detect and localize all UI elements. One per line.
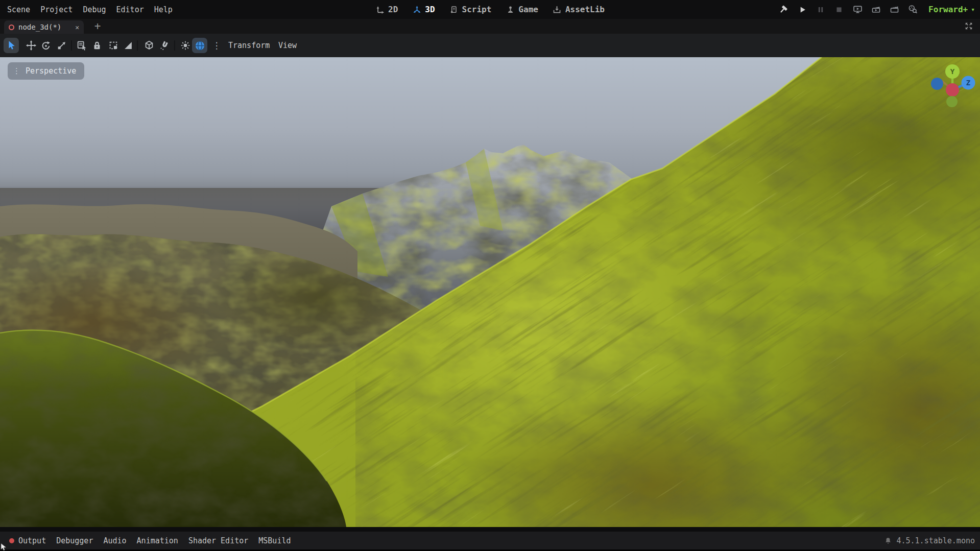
main-menus: Scene Project Debug Editor Help: [2, 0, 178, 19]
movie-maker-toggle[interactable]: [907, 4, 918, 15]
panel-shader-editor[interactable]: Shader Editor: [183, 536, 253, 545]
toolbar-separator: [174, 40, 175, 51]
select-mode-button[interactable]: [4, 38, 19, 53]
panel-debugger[interactable]: Debugger: [51, 536, 98, 545]
workspace-assetlib[interactable]: AssetLib: [553, 5, 605, 14]
chevron-down-icon: ▾: [971, 6, 975, 13]
mouse-cursor: [1, 543, 7, 551]
list-select-button[interactable]: [74, 38, 89, 53]
build-button[interactable]: [778, 4, 790, 15]
lock-selected-button[interactable]: [89, 38, 105, 53]
workspace-2d-label: 2D: [388, 5, 398, 14]
panel-output[interactable]: Output: [4, 536, 51, 545]
play-custom-scene-button[interactable]: [870, 4, 881, 15]
scene-tab-label: node_3d(*): [18, 23, 61, 31]
workspace-script[interactable]: Script: [449, 5, 492, 14]
toolbar-separator: [71, 40, 72, 51]
viewport-options-menu[interactable]: ⋮: [209, 38, 224, 53]
3d-icon: [412, 5, 421, 14]
orientation-gizmo[interactable]: Z Y: [930, 60, 979, 109]
panel-output-label: Output: [18, 536, 46, 545]
rotate-mode-button[interactable]: [38, 38, 54, 53]
top-menu-bar: Scene Project Debug Editor Help 2D 3D Sc…: [0, 0, 980, 19]
menu-debug[interactable]: Debug: [78, 5, 111, 14]
bottom-panel-bar: Output Debugger Audio Animation Shader E…: [0, 532, 980, 549]
script-icon: [449, 5, 459, 14]
workspace-game[interactable]: Game: [506, 5, 538, 14]
version-label: 4.5.1.stable.mono: [896, 536, 975, 545]
move-mode-button[interactable]: [23, 38, 39, 53]
assetlib-download-icon: [553, 5, 562, 14]
workspace-3d[interactable]: 3D: [412, 5, 435, 14]
play-button[interactable]: [797, 4, 808, 15]
gizmo-axis-neg[interactable]: [931, 78, 943, 90]
add-scene-tab-button[interactable]: +: [91, 19, 104, 33]
panel-msbuild-label: MSBuild: [258, 536, 291, 545]
play-scene-button[interactable]: [852, 4, 863, 15]
menu-help[interactable]: Help: [149, 5, 178, 14]
transform-menu[interactable]: Transform: [228, 34, 270, 57]
kebab-icon: ⋮: [212, 40, 221, 51]
group-selected-button[interactable]: [106, 38, 121, 53]
expand-viewport-icon[interactable]: [964, 21, 974, 31]
preview-sun-toggle[interactable]: [178, 38, 193, 53]
panel-shader-editor-label: Shader Editor: [188, 536, 248, 545]
output-unread-dot: [9, 538, 14, 543]
view-menu[interactable]: View: [278, 34, 297, 57]
projection-label: Perspective: [26, 66, 76, 76]
panel-debugger-label: Debugger: [56, 536, 93, 545]
gizmo-axis-neg-y[interactable]: [946, 96, 958, 107]
run-controls: Forward+ ▾: [778, 0, 975, 19]
local-space-toggle[interactable]: [141, 38, 157, 53]
drag-handle-icon: ⋮: [13, 67, 20, 75]
movie-clapper-icon[interactable]: [889, 4, 900, 15]
menu-editor[interactable]: Editor: [111, 5, 149, 14]
renderer-selector[interactable]: Forward+ ▾: [928, 5, 975, 14]
unsaved-scene-icon: [9, 25, 14, 30]
panel-msbuild[interactable]: MSBuild: [253, 536, 296, 545]
scene-tab-bar: node_3d(*) ✕ +: [0, 19, 980, 34]
toolbar-separator: [137, 40, 138, 51]
gizmo-axis-x[interactable]: [946, 83, 959, 97]
notification-bell-icon: [884, 537, 892, 545]
workspace-switcher: 2D 3D Script Game AssetLib: [375, 0, 605, 19]
menu-project[interactable]: Project: [35, 5, 78, 14]
version-info[interactable]: 4.5.1.stable.mono: [884, 532, 975, 549]
joystick-icon: [506, 5, 515, 14]
viewport-toolbar: ⋮ Transform View: [0, 34, 980, 57]
panel-animation[interactable]: Animation: [132, 536, 183, 545]
close-tab-icon[interactable]: ✕: [75, 24, 79, 31]
scale-mode-button[interactable]: [54, 38, 69, 53]
terrain-render: [0, 57, 980, 527]
snap-toggle[interactable]: [157, 38, 172, 53]
workspace-script-label: Script: [462, 5, 492, 14]
workspace-2d[interactable]: 2D: [375, 5, 398, 14]
menu-scene[interactable]: Scene: [2, 5, 35, 14]
workspace-3d-label: 3D: [425, 5, 435, 14]
ruler-mode-button[interactable]: [121, 38, 136, 53]
workspace-assetlib-label: AssetLib: [565, 5, 605, 14]
pause-button[interactable]: [815, 4, 826, 15]
gizmo-y-label: Y: [950, 67, 955, 76]
panel-animation-label: Animation: [137, 536, 178, 545]
scene-tab-active[interactable]: node_3d(*) ✕: [4, 20, 84, 34]
perspective-menu[interactable]: ⋮ Perspective: [8, 62, 84, 80]
stop-button[interactable]: [833, 4, 845, 15]
preview-environment-toggle[interactable]: [192, 38, 207, 53]
panel-audio[interactable]: Audio: [98, 536, 131, 545]
workspace-game-label: Game: [518, 5, 538, 14]
2d-icon: [375, 5, 385, 14]
renderer-label: Forward+: [928, 5, 968, 14]
panel-audio-label: Audio: [103, 536, 126, 545]
gizmo-z-label: Z: [966, 79, 970, 87]
viewport-3d-scene[interactable]: ⋮ Perspective Z Y: [0, 57, 980, 527]
panel-divider: [0, 527, 980, 532]
